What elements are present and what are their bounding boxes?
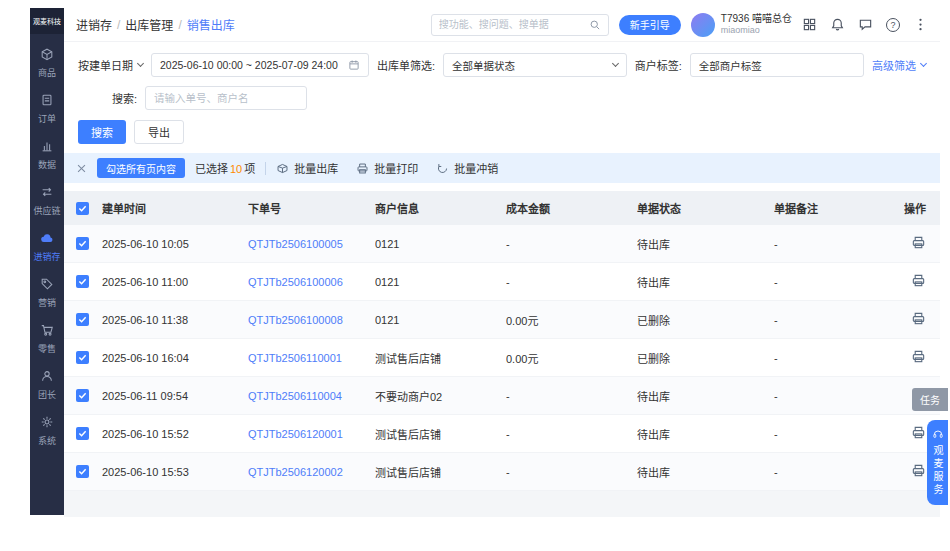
date-range-picker[interactable]: 2025-06-10 00:00 ~ 2025-07-09 24:00 (151, 53, 369, 77)
bell-icon[interactable] (830, 17, 845, 32)
sidebar-item-goods[interactable]: 商品 (30, 40, 64, 86)
service-float-tab[interactable]: 观麦服务 (927, 420, 948, 505)
printer-icon (356, 162, 369, 175)
user-subname: miaomiao (721, 25, 792, 36)
sidebar-item-supply-chain[interactable]: 供应链 (30, 178, 64, 224)
main-area: 进销存 / 出库管理 / 销售出库 新手引导 T7936 喵喵总仓 miaom (64, 8, 940, 515)
batch-reverse-label: 批量冲销 (454, 160, 498, 176)
user-info: T7936 喵喵总仓 miaomiao (721, 13, 792, 36)
cell-remark: - (774, 390, 906, 402)
cell-status: 待出库 (637, 464, 774, 480)
sidebar-item-data[interactable]: 数据 (30, 132, 64, 178)
batch-actions: 批量出库 批量打印 批量冲销 (276, 160, 498, 176)
sidebar-nav: 商品 订单 数据 供应链 进销存 (30, 40, 64, 454)
cell-order-no-link[interactable]: QTJTb2506110001 (248, 352, 375, 364)
breadcrumb-outbound-management[interactable]: 出库管理 (125, 16, 173, 33)
sidebar-item-label: 零售 (38, 342, 56, 355)
cell-create-time: 2025-06-10 16:04 (102, 352, 248, 364)
table-header-row: 建单时间 下单号 商户信息 成本金额 单据状态 单据备注 操作 (64, 191, 940, 225)
cell-order-no-link[interactable]: QTJTb2506100006 (248, 276, 375, 288)
row-print-icon[interactable] (911, 425, 926, 440)
task-float-tab[interactable]: 任务 (912, 388, 948, 411)
app-grid-icon[interactable] (802, 17, 817, 32)
col-order-no: 下单号 (248, 200, 375, 216)
breadcrumb: 进销存 / 出库管理 / 销售出库 (76, 16, 235, 33)
breadcrumb-inventory[interactable]: 进销存 (76, 16, 112, 33)
help-icon[interactable]: ? (886, 18, 900, 32)
export-button[interactable]: 导出 (134, 120, 184, 144)
cell-order-no-link[interactable]: QTJTb2506110004 (248, 390, 375, 402)
inventory-cloud-icon (40, 231, 54, 247)
sidebar-item-label: 营销 (38, 296, 56, 309)
cell-merchant: 测试售后店铺 (375, 350, 506, 366)
cell-status: 已删除 (637, 350, 774, 366)
cell-cost: - (506, 428, 637, 440)
selection-toolbar: 勾选所有页内容 已选择10项 批量出库 批量打印 (64, 153, 940, 183)
date-range-value: 2025-06-10 00:00 ~ 2025-07-09 24:00 (160, 59, 338, 71)
advanced-filter-toggle[interactable]: 高级筛选 (872, 57, 926, 73)
avatar[interactable] (691, 13, 715, 37)
keyword-search-input[interactable] (145, 86, 307, 110)
order-status-select[interactable]: 全部单据状态 (443, 53, 627, 77)
cell-order-no-link[interactable]: QTJTb2506120001 (248, 428, 375, 440)
close-icon[interactable] (76, 163, 87, 174)
keyword-search-label: 搜索: (112, 90, 137, 106)
sidebar-item-orders[interactable]: 订单 (30, 86, 64, 132)
cell-merchant: 0121 (375, 314, 506, 326)
row-checkbox[interactable] (76, 313, 89, 326)
more-icon[interactable] (913, 17, 928, 32)
cell-order-no-link[interactable]: QTJTb2506100005 (248, 238, 375, 250)
row-print-icon[interactable] (911, 273, 926, 288)
row-print-icon[interactable] (911, 235, 926, 250)
row-checkbox[interactable] (76, 237, 89, 250)
breadcrumb-separator: / (117, 18, 120, 32)
user-account[interactable]: T7936 喵喵总仓 miaomiao (691, 13, 792, 37)
newbie-guide-button[interactable]: 新手引导 (619, 15, 681, 35)
cell-remark: - (774, 428, 906, 440)
chevron-down-icon (612, 60, 619, 67)
cell-create-time: 2025-06-10 15:52 (102, 428, 248, 440)
breadcrumb-separator: / (178, 18, 181, 32)
cell-status: 待出库 (637, 274, 774, 290)
message-icon[interactable] (858, 17, 873, 32)
row-checkbox[interactable] (76, 465, 89, 478)
filter-row-1: 按建单日期 2025-06-10 00:00 ~ 2025-07-09 24:0… (78, 53, 926, 77)
user-name: T7936 喵喵总仓 (721, 13, 792, 25)
table-row: 2025-06-10 11:00 QTJTb2506100006 0121 - … (64, 263, 940, 301)
cell-create-time: 2025-06-11 09:54 (102, 390, 248, 402)
order-icon (40, 93, 54, 109)
search-button[interactable]: 搜索 (78, 120, 126, 144)
reverse-arrow-icon (436, 162, 449, 175)
row-print-icon[interactable] (911, 463, 926, 478)
cell-remark: - (774, 314, 906, 326)
date-type-dropdown[interactable]: 按建单日期 (78, 57, 143, 73)
row-print-icon[interactable] (911, 311, 926, 326)
select-all-checkbox[interactable] (76, 202, 89, 215)
global-search-box[interactable] (431, 14, 609, 36)
sidebar-item-inventory[interactable]: 进销存 (30, 224, 64, 270)
sidebar-item-system[interactable]: 系统 (30, 408, 64, 454)
cell-create-time: 2025-06-10 10:05 (102, 238, 248, 250)
merchant-tag-input[interactable] (690, 53, 864, 77)
row-checkbox[interactable] (76, 389, 89, 402)
row-checkbox[interactable] (76, 275, 89, 288)
cell-cost: - (506, 238, 637, 250)
select-all-pages-button[interactable]: 勾选所有页内容 (97, 158, 185, 178)
cell-status: 待出库 (637, 426, 774, 442)
row-checkbox[interactable] (76, 427, 89, 440)
table-row: 2025-06-10 15:52 QTJTb2506120001 测试售后店铺 … (64, 415, 940, 453)
batch-reverse-button[interactable]: 批量冲销 (436, 160, 498, 176)
cell-merchant: 测试售后店铺 (375, 426, 506, 442)
supply-chain-icon (40, 185, 54, 201)
cell-order-no-link[interactable]: QTJTb2506120002 (248, 466, 375, 478)
row-print-icon[interactable] (911, 349, 926, 364)
batch-print-button[interactable]: 批量打印 (356, 160, 418, 176)
row-checkbox[interactable] (76, 351, 89, 364)
cell-merchant: 测试售后店铺 (375, 464, 506, 480)
sidebar-item-retail[interactable]: 零售 (30, 316, 64, 362)
sidebar-item-group-leader[interactable]: 团长 (30, 362, 64, 408)
sidebar-item-marketing[interactable]: 营销 (30, 270, 64, 316)
global-search-input[interactable] (439, 19, 584, 30)
batch-outbound-button[interactable]: 批量出库 (276, 160, 338, 176)
cell-order-no-link[interactable]: QTJTb2506100008 (248, 314, 375, 326)
